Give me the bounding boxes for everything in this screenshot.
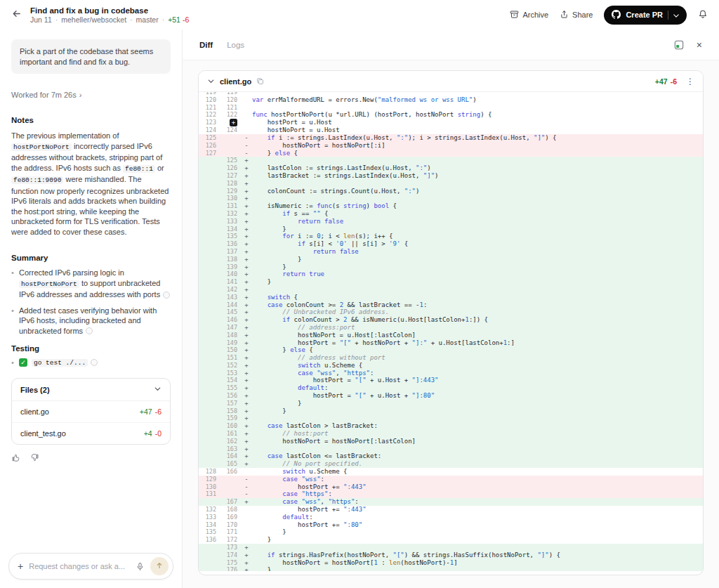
thumbs-down-icon[interactable] xyxy=(30,453,39,462)
diff-marker: + xyxy=(241,384,252,392)
diff-row: 134170 hostPort += ":80" xyxy=(199,521,703,529)
new-line-number: 162 xyxy=(220,438,241,445)
old-line-number: 124 xyxy=(199,126,220,134)
kebab-menu-icon[interactable]: ⋮ xyxy=(686,77,694,86)
code-line: if s[i] < '0' || s[i] > '9' { xyxy=(252,240,703,248)
diff-file-header: client.go +47-6 ⋮ xyxy=(199,71,703,92)
collapse-chevron-icon[interactable] xyxy=(207,77,215,85)
new-line-number: 151 xyxy=(220,354,241,362)
old-line-number xyxy=(199,263,220,271)
old-line-number xyxy=(199,430,220,438)
diff-marker xyxy=(241,521,252,529)
add-comment-button[interactable]: + xyxy=(230,119,237,126)
new-line-number: 171 xyxy=(220,528,241,536)
share-button[interactable]: Share xyxy=(560,10,593,20)
code-line: } xyxy=(252,226,703,233)
file-counts: +47-6 xyxy=(140,407,161,416)
old-line-number xyxy=(199,346,220,354)
panel-toggle-icon[interactable] xyxy=(674,40,684,50)
citation-icon[interactable] xyxy=(86,327,93,334)
worked-label: Worked for 7m 26s xyxy=(11,91,77,99)
arrow-up-icon xyxy=(155,561,164,572)
diff-row: 159+ xyxy=(199,414,703,422)
copy-icon[interactable] xyxy=(256,77,264,85)
attach-icon[interactable]: + xyxy=(18,561,23,572)
citation-icon[interactable] xyxy=(163,292,170,299)
old-line-number xyxy=(199,445,220,453)
diff-row: 120120var errMalformedURL = errors.New("… xyxy=(199,96,703,104)
chat-input-bar: + xyxy=(8,553,173,580)
diff-row: 146+ if colonCount > 2 && isNumeric(u.Ho… xyxy=(199,316,703,324)
mic-icon[interactable] xyxy=(136,562,145,571)
send-button[interactable] xyxy=(150,557,169,575)
task-prompt: Pick a part of the codebase that seems i… xyxy=(11,39,171,74)
diff-marker xyxy=(241,536,252,544)
files-header[interactable]: Files (2) xyxy=(12,379,170,401)
diff-marker: + xyxy=(241,164,252,172)
tab-logs[interactable]: Logs xyxy=(227,41,244,49)
new-line-number: 145 xyxy=(220,308,241,316)
code-line: } xyxy=(252,536,703,544)
new-line-number: 157 xyxy=(220,400,241,407)
diff-marker: + xyxy=(241,157,252,164)
code-line: var errMalformedURL = errors.New("malfor… xyxy=(252,96,703,104)
diff-row: 121121 xyxy=(199,104,703,112)
page-title: Find and fix a bug in codebase xyxy=(30,6,189,15)
code-line: } xyxy=(252,263,703,271)
close-icon[interactable]: × xyxy=(697,40,702,50)
old-line-number: 134 xyxy=(199,521,220,529)
code-line: hostPort = "[" + hostNoPort + "]:" + u.H… xyxy=(252,339,703,347)
diff-marker: + xyxy=(241,551,252,559)
diff-marker: + xyxy=(241,324,252,332)
file-row[interactable]: client.go +47-6 xyxy=(12,401,170,423)
panel-actions: × xyxy=(674,40,702,50)
old-line-number xyxy=(199,308,220,316)
old-line-number: 123 xyxy=(199,119,220,126)
file-row[interactable]: client_test.go +4-0 xyxy=(12,423,170,444)
testing-heading: Testing xyxy=(11,344,171,353)
diff-row: 165+ // No port specified. xyxy=(199,460,703,468)
old-line-number xyxy=(199,324,220,332)
citation-icon[interactable] xyxy=(91,359,98,366)
code-line: hostPort = "[" + u.Host + "]:80" xyxy=(252,392,703,400)
code-line: case lastColon <= lastBracket: xyxy=(252,452,703,460)
new-line-number: 160 xyxy=(220,422,241,430)
thumbs-up-icon[interactable] xyxy=(11,453,20,462)
chat-input[interactable] xyxy=(29,562,130,570)
panel-tabbar: Diff Logs × xyxy=(183,30,719,60)
create-pr-button[interactable]: Create PR xyxy=(604,6,687,25)
code-line: } xyxy=(252,566,703,571)
diff-row: 161+ // host:port xyxy=(199,430,703,438)
notifications-button[interactable] xyxy=(698,9,708,21)
diff-marker: - xyxy=(241,490,252,498)
archive-button[interactable]: Archive xyxy=(510,10,548,20)
code-line xyxy=(252,414,703,422)
file-deletions: -6 xyxy=(155,407,161,416)
diff-marker xyxy=(241,468,252,476)
diff-row: 128+ xyxy=(199,180,703,188)
worked-duration-toggle[interactable]: Worked for 7m 26s › xyxy=(11,91,171,99)
diff-counts: +47-6 xyxy=(655,77,677,86)
new-line-number: 156 xyxy=(220,392,241,400)
task-date: Jun 11 xyxy=(30,15,52,24)
diff-marker: - xyxy=(241,476,252,483)
code-line: hostPort += ":443" xyxy=(252,483,703,491)
new-line-number: 147 xyxy=(220,324,241,332)
code-line: lastBracket := strings.LastIndex(u.Host,… xyxy=(252,172,703,180)
diff-marker: + xyxy=(241,498,252,506)
diff-row: 134+ } xyxy=(199,226,703,233)
tab-diff[interactable]: Diff xyxy=(199,41,213,49)
diff-row: 126+ lastColon := strings.LastIndex(u.Ho… xyxy=(199,164,703,172)
new-line-number: 175 xyxy=(220,559,241,567)
new-line-number: 134 xyxy=(220,226,241,233)
diff-row: 135171 } xyxy=(199,528,703,536)
diff-row: 149+ hostPort = "[" + hostNoPort + "]:" … xyxy=(199,339,703,347)
inline-code: hostPortNoPort xyxy=(19,280,79,288)
diff-marker: - xyxy=(241,483,252,491)
code-line: hostNoPort = u.Host xyxy=(252,126,703,134)
diff-marker: + xyxy=(241,559,252,567)
diff-marker: + xyxy=(241,256,252,263)
back-button[interactable] xyxy=(11,8,22,21)
diff-marker: + xyxy=(241,286,252,294)
old-line-number xyxy=(199,407,220,415)
